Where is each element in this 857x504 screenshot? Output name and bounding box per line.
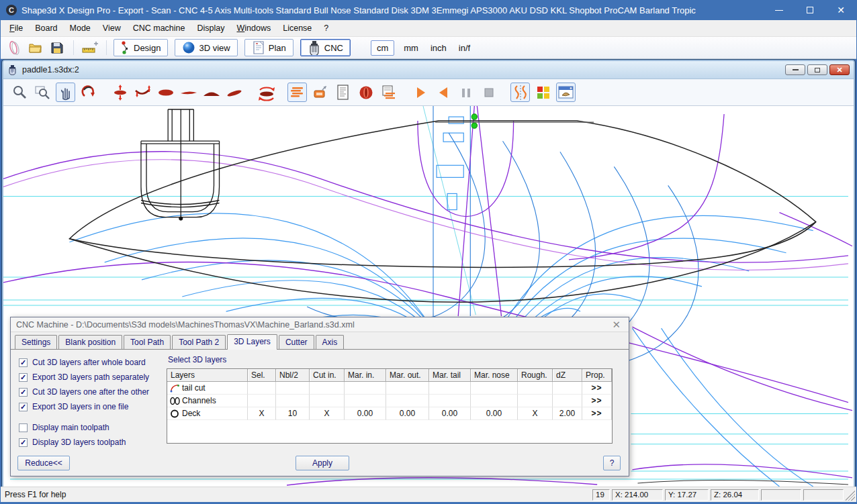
menu-cnc-machine[interactable]: CNC machine (127, 21, 191, 35)
plan-mode-button[interactable]: Plan (244, 39, 294, 56)
checkbox-display-3d-layers-toolpath[interactable]: Display 3D layers toolpath (19, 438, 165, 447)
speed-button[interactable] (356, 83, 375, 102)
stop-button[interactable] (479, 83, 498, 102)
play-back-button[interactable] (433, 83, 453, 102)
toolpath-file-button[interactable] (379, 83, 398, 102)
table-row[interactable]: Channels >> (167, 395, 612, 407)
pause-button[interactable] (456, 83, 476, 102)
measure-button[interactable] (81, 39, 99, 56)
document-restore-button[interactable] (807, 64, 827, 75)
minimize-button[interactable] (764, 0, 795, 20)
rotate-view-button[interactable] (79, 83, 98, 102)
checkbox-icon[interactable] (19, 403, 28, 411)
checkbox-icon[interactable] (19, 438, 28, 447)
title-bar: C Shape3d X Design Pro - Export - Scan -… (1, 0, 856, 20)
apply-button[interactable]: Apply (296, 456, 349, 470)
tab-cutter[interactable]: Cutter (279, 335, 314, 349)
design-canvas[interactable]: CNC Machine - D:\Documents\S3d models\Ma… (3, 106, 854, 487)
outline-view-button[interactable] (156, 83, 175, 102)
cnc-label: CNC (324, 43, 343, 53)
window-title: Shape3d X Design Pro - Export - Scan - C… (21, 5, 764, 15)
cnc-mode-button[interactable]: CNC (300, 39, 351, 56)
resize-grip[interactable] (846, 489, 855, 501)
menu-windows[interactable]: Windows (230, 21, 277, 35)
rocker-arrows-button[interactable] (133, 83, 152, 102)
checkbox-cut-one-after-other[interactable]: Cut 3D layers one after the other (19, 387, 165, 397)
tab-tool-path-2[interactable]: Tool Path 2 (172, 335, 226, 349)
rocker-arrows-icon (134, 84, 152, 101)
rotate-board-icon (257, 83, 275, 102)
checkbox-icon[interactable] (19, 423, 28, 432)
checkbox-cut-after-whole-board[interactable]: Cut 3D layers after whole board (19, 358, 165, 367)
zoom-button[interactable] (10, 83, 30, 102)
checkbox-icon[interactable] (19, 388, 28, 397)
slice-view-button[interactable] (201, 83, 221, 102)
maximize-button[interactable] (795, 0, 825, 20)
dialog-title-bar[interactable]: CNC Machine - D:\Documents\S3d models\Ma… (11, 317, 629, 332)
toolpath-lines-button[interactable] (287, 83, 307, 102)
tab-axis[interactable]: Axis (316, 335, 345, 349)
gcode-file-button[interactable] (333, 83, 353, 102)
zoom-region-button[interactable] (33, 83, 52, 102)
dialog-close-icon[interactable]: ✕ (609, 319, 623, 331)
play-button[interactable] (410, 83, 430, 102)
open-folder-icon (28, 40, 44, 56)
menu-help[interactable]: ? (318, 21, 334, 35)
simulate-path-button[interactable] (510, 83, 530, 102)
close-button[interactable]: ✕ (825, 0, 856, 20)
menu-display[interactable]: Display (191, 21, 230, 35)
rotate-icon (80, 84, 97, 101)
open-button[interactable] (26, 39, 45, 56)
menu-mode[interactable]: Mode (64, 21, 97, 35)
rotate-board-button[interactable] (256, 83, 275, 102)
menu-file[interactable]: File (3, 21, 29, 35)
thickness-view-button[interactable] (224, 83, 244, 102)
unit-mm[interactable]: mm (401, 41, 421, 55)
plan-label: Plan (269, 43, 286, 53)
table-row[interactable]: tail cut >> (167, 382, 612, 395)
3d-view-button[interactable]: 3D view (175, 39, 237, 56)
select-3d-layers-label: Select 3D layers (168, 355, 226, 364)
preview-window-button[interactable] (556, 83, 576, 102)
3d-view-label: 3D view (199, 43, 230, 53)
tab-tool-path[interactable]: Tool Path (124, 335, 171, 349)
row-properties-button[interactable]: >> (582, 382, 612, 395)
status-empty-cell (803, 489, 844, 501)
unit-cm[interactable]: cm (371, 40, 394, 56)
reduce-button[interactable]: Reduce<< (17, 456, 70, 470)
profile-view-button[interactable] (179, 83, 198, 102)
row-properties-button[interactable]: >> (582, 395, 612, 407)
play-back-icon (436, 85, 451, 100)
menu-view[interactable]: View (97, 21, 127, 35)
save-button[interactable] (48, 39, 66, 56)
width-arrows-button[interactable] (110, 83, 130, 102)
design-mode-button[interactable]: Design (114, 39, 168, 56)
document-toolbar (3, 79, 854, 106)
menu-license[interactable]: License (277, 21, 318, 35)
export-path-button[interactable] (310, 83, 330, 102)
pause-icon (459, 86, 473, 99)
document-close-button[interactable]: ✕ (829, 64, 850, 75)
row-properties-button[interactable]: >> (582, 407, 612, 420)
pan-button[interactable] (56, 83, 75, 102)
menu-board[interactable]: Board (29, 21, 63, 35)
new-board-button[interactable] (5, 39, 24, 56)
unit-inch[interactable]: inch (428, 41, 449, 55)
tab-settings[interactable]: Settings (15, 335, 57, 349)
main-toolbar: Design 3D view Plan CNC cm mm inch in/f (1, 37, 856, 59)
slice-triangle-icon (202, 85, 220, 101)
unit-inf[interactable]: in/f (456, 41, 473, 55)
table-row[interactable]: Deck X10X0.000.000.000.00X2.00 >> (167, 407, 612, 420)
tab-blank-position[interactable]: Blank position (58, 335, 122, 349)
document-minimize-button[interactable] (785, 64, 805, 75)
checkbox-icon[interactable] (19, 358, 28, 367)
checkbox-export-separately[interactable]: Export 3D layers path separately (19, 372, 165, 382)
channels-layer-icon (170, 397, 180, 405)
checkbox-export-one-file[interactable]: Export 3D layers in one file (19, 402, 165, 411)
checkbox-display-main-toolpath[interactable]: Display main toolpath (19, 423, 165, 432)
dialog-button-row: Reduce<< Apply ? (11, 456, 629, 472)
colors-button[interactable] (533, 83, 553, 102)
dialog-help-button[interactable]: ? (603, 456, 621, 470)
tab-3d-layers[interactable]: 3D Layers (227, 334, 277, 350)
checkbox-icon[interactable] (19, 373, 28, 382)
